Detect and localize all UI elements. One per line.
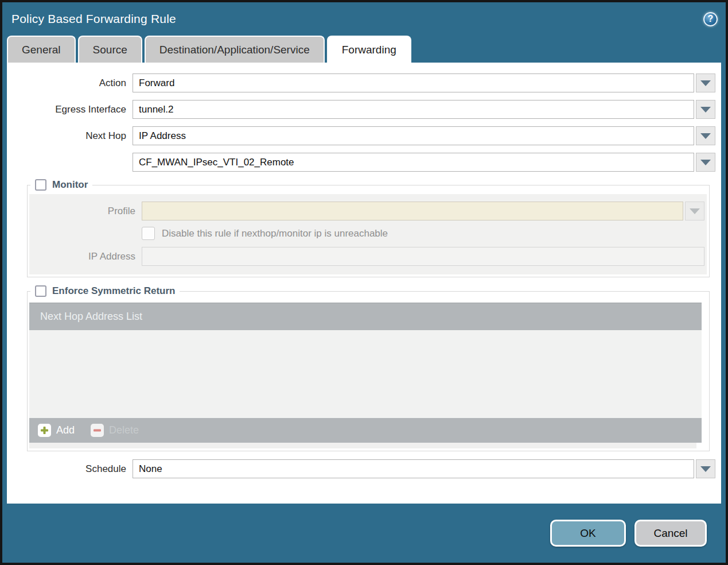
dialog-footer: OK Cancel <box>2 504 726 547</box>
disable-rule-row: Disable this rule if nexthop/monitor ip … <box>142 227 707 240</box>
schedule-dropdown-button[interactable] <box>696 459 715 478</box>
next-hop-type-select[interactable]: IP Address <box>133 126 694 145</box>
disable-rule-label: Disable this rule if nexthop/monitor ip … <box>162 228 388 239</box>
forwarding-tab-panel: Action Forward Egress Interface tunnel.2… <box>7 63 721 504</box>
minus-icon <box>91 424 104 437</box>
tab-bar: General Source Destination/Application/S… <box>7 36 726 63</box>
add-button[interactable]: Add <box>38 424 75 437</box>
tab-forwarding[interactable]: Forwarding <box>327 36 411 63</box>
monitor-section: Monitor Profile Disable this rule if nex… <box>27 179 710 277</box>
table-header-next-hop-address-list: Next Hop Address List <box>29 303 702 330</box>
monitor-ip-address-row: IP Address <box>29 247 707 266</box>
monitor-panel: Profile Disable this rule if nexthop/mon… <box>29 194 707 274</box>
monitor-ip-address-label: IP Address <box>29 251 135 262</box>
symmetric-return-legend-label: Enforce Symmetric Return <box>52 285 175 297</box>
disable-rule-checkbox <box>142 227 155 240</box>
profile-select <box>142 202 683 220</box>
egress-interface-dropdown-button[interactable] <box>696 100 715 119</box>
action-select[interactable]: Forward <box>133 73 694 92</box>
chevron-down-icon <box>690 208 700 214</box>
chevron-down-icon <box>700 80 711 86</box>
egress-interface-label: Egress Interface <box>14 104 126 115</box>
chevron-down-icon <box>700 466 711 472</box>
profile-label: Profile <box>29 206 135 217</box>
schedule-row: Schedule None <box>14 459 715 478</box>
next-hop-address-dropdown-button[interactable] <box>696 153 715 172</box>
delete-button: Delete <box>91 424 139 437</box>
action-row: Action Forward <box>14 73 715 92</box>
tab-destination-application-service[interactable]: Destination/Application/Service <box>145 36 325 63</box>
action-dropdown-button[interactable] <box>696 73 715 92</box>
chevron-down-icon <box>700 160 711 165</box>
table-bottom-strip <box>29 443 696 448</box>
chevron-down-icon <box>700 133 711 139</box>
help-icon[interactable]: ? <box>703 12 718 26</box>
egress-interface-select[interactable]: tunnel.2 <box>133 100 694 119</box>
next-hop-row: Next Hop IP Address <box>14 126 715 145</box>
profile-dropdown-button <box>685 202 704 220</box>
dialog-titlebar: Policy Based Forwarding Rule ? <box>2 2 726 36</box>
next-hop-address-row: CF_MWAN_IPsec_VTI_02_Remote <box>14 153 715 172</box>
tab-source[interactable]: Source <box>78 36 142 63</box>
table-body-empty[interactable] <box>29 330 702 418</box>
cancel-button[interactable]: Cancel <box>634 520 707 547</box>
schedule-label: Schedule <box>14 463 126 475</box>
chevron-down-icon <box>700 107 711 113</box>
ok-button[interactable]: OK <box>550 520 626 547</box>
add-button-label: Add <box>56 424 75 436</box>
symmetric-return-section: Enforce Symmetric Return Next Hop Addres… <box>27 285 710 451</box>
tab-general[interactable]: General <box>7 36 76 63</box>
next-hop-label: Next Hop <box>14 130 126 142</box>
monitor-checkbox[interactable] <box>35 179 46 191</box>
monitor-legend-label: Monitor <box>52 179 88 191</box>
enforce-symmetric-return-checkbox[interactable] <box>35 285 46 297</box>
monitor-ip-address-input <box>142 247 704 266</box>
profile-row: Profile <box>29 202 707 220</box>
symmetric-return-legend: Enforce Symmetric Return <box>30 285 180 297</box>
dialog-title: Policy Based Forwarding Rule <box>11 12 176 26</box>
next-hop-address-select[interactable]: CF_MWAN_IPsec_VTI_02_Remote <box>133 153 694 172</box>
schedule-select[interactable]: None <box>133 459 694 478</box>
next-hop-address-list-table: Next Hop Address List Add Delete <box>29 303 702 448</box>
next-hop-dropdown-button[interactable] <box>696 126 715 145</box>
plus-icon <box>38 424 51 437</box>
table-footer-toolbar: Add Delete <box>29 418 702 443</box>
egress-interface-row: Egress Interface tunnel.2 <box>14 100 715 119</box>
pbf-rule-dialog: Policy Based Forwarding Rule ? General S… <box>0 0 728 565</box>
delete-button-label: Delete <box>109 424 139 436</box>
action-label: Action <box>14 78 126 89</box>
monitor-legend: Monitor <box>30 179 92 191</box>
